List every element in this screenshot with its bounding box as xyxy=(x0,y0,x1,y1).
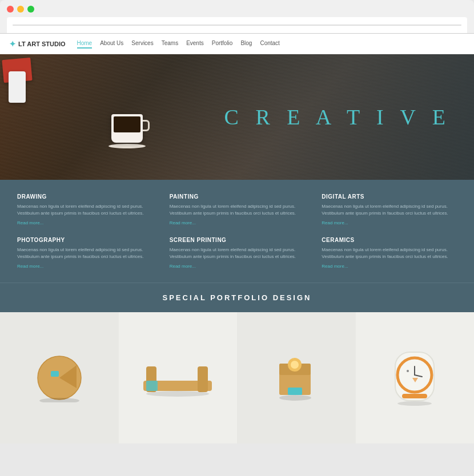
coffee-group xyxy=(109,103,146,148)
svg-point-20 xyxy=(397,401,432,406)
portfolio-header: SPECIAL PORTFOLIO DESIGN xyxy=(0,283,474,312)
browser-address-bar[interactable] xyxy=(7,17,467,33)
service-screen-printing-desc: Maecenas non ligula ut lorem eleifend ad… xyxy=(170,247,305,260)
svg-point-10 xyxy=(291,361,299,369)
nav-teams[interactable]: Teams xyxy=(162,40,178,49)
nav-blog[interactable]: Blog xyxy=(240,40,252,49)
service-photography: PHOTOGRAPHY Maecenas non ligula ut lorem… xyxy=(17,237,152,269)
service-photography-title: PHOTOGRAPHY xyxy=(17,237,152,243)
portfolio-item-4[interactable] xyxy=(356,312,475,443)
service-painting-desc: Maecenas non ligula ut lorem eleifend ad… xyxy=(170,203,305,217)
portfolio-item-2[interactable] xyxy=(119,312,238,443)
service-digital-title: DIGITAL ARTS xyxy=(322,193,457,200)
services-section: DRAWING Maecenas non ligula ut lorem ele… xyxy=(0,180,474,283)
portfolio-item-3[interactable] xyxy=(237,312,356,443)
portfolio-title: SPECIAL PORTFOLIO DESIGN xyxy=(10,293,464,302)
browser-dots xyxy=(7,6,467,13)
nav-links-container: Home About Us Services Teams Events Port… xyxy=(77,40,280,49)
nav-services[interactable]: Services xyxy=(131,40,153,49)
svg-point-6 xyxy=(146,391,209,397)
service-ceramics-title: CERAMICS xyxy=(322,237,457,243)
svg-point-1 xyxy=(39,398,79,402)
hero-creative-block: C R E A T I V E xyxy=(224,104,451,130)
service-drawing-title: DRAWING xyxy=(17,193,152,200)
wood-shape-1 xyxy=(34,354,85,402)
service-photography-desc: Maecenas non ligula ut lorem eleifend ad… xyxy=(17,247,152,260)
coffee-liquid xyxy=(114,116,140,132)
bottom-decoration xyxy=(0,443,474,461)
coffee-cup xyxy=(111,114,143,143)
svg-rect-5 xyxy=(146,381,158,391)
dot-yellow[interactable] xyxy=(17,6,24,13)
svg-point-12 xyxy=(279,395,311,401)
svg-point-16 xyxy=(407,370,409,372)
service-painting: PAINTING Maecenas non ligula ut lorem el… xyxy=(170,193,305,225)
dot-green[interactable] xyxy=(27,6,34,13)
site-logo[interactable]: ✦ LT ART STUDIO xyxy=(9,39,66,49)
service-drawing-desc: Maecenas non ligula ut lorem eleifend ad… xyxy=(17,203,152,217)
service-drawing-link[interactable]: Read more... xyxy=(17,220,152,225)
svg-rect-19 xyxy=(402,394,427,398)
nav-portfolio[interactable]: Portfolio xyxy=(212,40,233,49)
service-painting-link[interactable]: Read more... xyxy=(170,220,305,225)
website-container: ✦ LT ART STUDIO Home About Us Services T… xyxy=(0,34,474,461)
dot-red[interactable] xyxy=(7,6,14,13)
wood-shape-3 xyxy=(274,352,319,404)
service-digital: DIGITAL ARTS Maecenas non ligula ut lore… xyxy=(322,193,457,225)
service-ceramics-link[interactable]: Read more... xyxy=(322,264,457,269)
service-ceramics: CERAMICS Maecenas non ligula ut lorem el… xyxy=(322,237,457,269)
nav-events[interactable]: Events xyxy=(186,40,204,49)
browser-chrome xyxy=(0,0,474,34)
portfolio-item-1[interactable] xyxy=(0,312,119,443)
coffee-saucer xyxy=(109,144,146,148)
service-screen-printing: SCREEN PRINTING Maecenas non ligula ut l… xyxy=(170,237,305,269)
service-painting-title: PAINTING xyxy=(170,193,305,200)
service-ceramics-desc: Maecenas non ligula ut lorem eleifend ad… xyxy=(322,247,457,260)
nav-home[interactable]: Home xyxy=(77,40,93,49)
svg-rect-0 xyxy=(51,371,59,377)
phone-decoration xyxy=(9,71,26,103)
service-digital-link[interactable]: Read more... xyxy=(322,220,457,225)
svg-rect-4 xyxy=(198,366,208,392)
logo-text: LT ART STUDIO xyxy=(18,41,66,47)
service-screen-printing-link[interactable]: Read more... xyxy=(170,264,305,269)
hero-creative-text: C R E A T I V E xyxy=(224,105,451,129)
wood-shape-2 xyxy=(140,358,215,398)
hero-objects xyxy=(0,54,237,180)
nav-about[interactable]: About Us xyxy=(100,40,123,49)
service-drawing: DRAWING Maecenas non ligula ut lorem ele… xyxy=(17,193,152,225)
logo-icon: ✦ xyxy=(9,39,16,49)
wood-shape-4 xyxy=(391,349,439,406)
hero-section: C R E A T I V E xyxy=(0,54,474,180)
svg-rect-11 xyxy=(288,388,302,395)
navigation: ✦ LT ART STUDIO Home About Us Services T… xyxy=(0,34,474,54)
service-screen-printing-title: SCREEN PRINTING xyxy=(170,237,305,243)
service-photography-link[interactable]: Read more... xyxy=(17,264,152,269)
nav-contact[interactable]: Contact xyxy=(260,40,279,49)
address-bar-line xyxy=(13,25,461,26)
portfolio-grid xyxy=(0,312,474,443)
coffee-handle xyxy=(143,120,150,131)
service-digital-desc: Maecenas non ligula ut lorem eleifend ad… xyxy=(322,203,457,217)
